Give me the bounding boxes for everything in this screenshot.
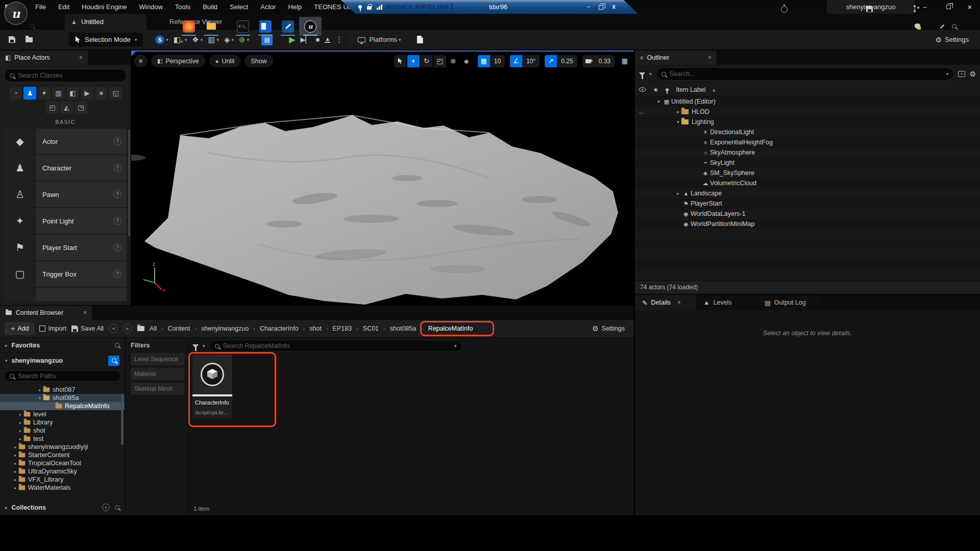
outli ner-search-chevron[interactable]: ▾ [946, 71, 949, 77]
menu-window[interactable]: Window [134, 0, 168, 14]
import-button[interactable]: Import [39, 325, 66, 332]
asset-area[interactable]: ▾ ▾ CharacterInfo [188, 338, 634, 514]
breadcrumb-repalcematinfo[interactable]: RepalceMatInfo [427, 325, 474, 332]
rotation-snap-button[interactable]: ∠ [510, 55, 522, 67]
taskbar-app-pipeline-tool[interactable] [277, 17, 299, 36]
expand-icon[interactable]: ▸ [12, 486, 18, 490]
folder-shenyinwangzuodiyiji[interactable]: ▸shenyinwangzuodiyiji [0, 443, 125, 451]
list-item-actor[interactable]: ◆Actor? [4, 129, 127, 154]
editor-settings-button[interactable]: ⚙ Settings [935, 36, 974, 44]
outliner-row-lighting[interactable]: ▾Lighting [635, 117, 980, 127]
forward-button[interactable]: ► [123, 324, 132, 333]
item-label-column[interactable]: Item Label [676, 86, 705, 93]
category-shapes[interactable]: ◰ [46, 101, 59, 114]
menu-tools[interactable]: Tools [169, 0, 196, 14]
folder-tree-scrollbar[interactable] [121, 394, 124, 445]
expand-open-icon[interactable]: ▾ [655, 99, 662, 104]
show-dropdown[interactable]: Show [244, 55, 273, 67]
pin-column-icon[interactable] [666, 88, 669, 91]
pin-icon[interactable] [358, 5, 362, 9]
menu-actor[interactable]: Actor [255, 0, 281, 14]
eye-hidden-icon[interactable]: ◡ [635, 109, 655, 114]
help-icon[interactable]: ? [113, 164, 121, 172]
folder-watermaterials[interactable]: ▸WaterMaterials [0, 484, 125, 492]
select-tool-button[interactable] [394, 55, 406, 67]
taskbar-app-houdini[interactable] [178, 17, 200, 36]
asset-filter-icon[interactable] [192, 344, 199, 348]
breadcrumb-shenyinwangzuo[interactable]: shenyinwangzuo [201, 325, 249, 332]
folder-startercontent[interactable]: ▸StarterContent [0, 451, 125, 459]
expand-icon[interactable]: ▸ [17, 412, 23, 417]
stopwatch-icon[interactable] [781, 6, 788, 13]
close-icon[interactable]: × [79, 54, 83, 61]
pipeline-window-titlebar[interactable]: MONES PIPELINE】 tdxr96 – x [341, 0, 638, 14]
expand-icon[interactable]: ▸ [12, 461, 18, 466]
filter-pill-skeletal-mesh[interactable]: Skeletal Mesh [129, 383, 185, 395]
add-collection-button[interactable]: + [102, 504, 110, 511]
close-icon[interactable]: × [677, 299, 681, 306]
pipeline-close-button[interactable]: x [612, 0, 616, 14]
category-recently-placed[interactable]: ◔ [9, 87, 22, 99]
help-icon[interactable]: ? [113, 137, 121, 145]
outliner-filter-icon[interactable] [639, 72, 645, 76]
world-dropdown[interactable]: ⊕▾ [239, 35, 249, 44]
breadcrumb-characterinfo[interactable]: CharacterInfo [260, 325, 299, 332]
category-foliage[interactable]: ◭ [60, 101, 73, 114]
outliner-row-skyatmosphere[interactable]: ☼SkyAtmosphere [635, 147, 980, 158]
outliner-tab[interactable]: ≡ Outliner × [635, 51, 717, 65]
visibility-column-icon[interactable] [639, 87, 646, 92]
modes-dropdown[interactable]: ◈▾ [224, 35, 234, 44]
help-icon[interactable]: ? [113, 243, 121, 252]
expand-icon[interactable]: ▸ [17, 429, 23, 433]
expand-closed-icon[interactable]: ▸ [675, 109, 681, 114]
outliner-row-worldpartitionminimap[interactable]: ◉WorldPartitionMiniMap [635, 219, 980, 229]
list-item-partial[interactable] [4, 288, 127, 301]
scale-snap-value[interactable]: 0.25 [557, 55, 577, 67]
list-item-character[interactable]: ♟Character? [4, 155, 127, 181]
search-paths-input[interactable] [18, 372, 115, 380]
list-item-trigger-box[interactable]: ▢Trigger Box? [4, 261, 127, 287]
project-launcher-button[interactable] [414, 34, 426, 45]
skip-button[interactable]: ▶▏ [300, 36, 310, 43]
lock-icon[interactable] [367, 6, 372, 10]
outliner-search-input[interactable] [670, 70, 943, 78]
viewport[interactable]: ≡ ◧Perspective ●Unlit Show + ↻ ◰ ⊕ ◈ ▦10… [131, 51, 634, 305]
platforms-dropdown[interactable]: Platforms▾ [358, 36, 401, 43]
category-lights[interactable]: ✦ [38, 87, 51, 99]
grid-snap-button[interactable]: ▦ [478, 55, 490, 67]
outliner-row-hlod[interactable]: ◡▸HLOD [635, 107, 980, 117]
selection-mode-dropdown[interactable]: Selection Mode ▾ [69, 33, 143, 46]
tab-untitled[interactable]: ▲ Untitled [65, 14, 146, 30]
breadcrumb-ep183[interactable]: EP183 [333, 325, 352, 332]
play-options-button[interactable]: ⋮ [335, 35, 343, 44]
place-actors-scrollbar[interactable] [128, 130, 130, 237]
outliner-search[interactable]: ▾ [656, 67, 954, 81]
expand-icon[interactable]: ▸ [12, 469, 18, 474]
category-geometry[interactable]: ◧ [66, 87, 79, 99]
folder-shot[interactable]: ▸shot [0, 427, 125, 435]
category-cinematic[interactable]: ▥ [52, 87, 65, 99]
place-actors-search[interactable] [4, 69, 127, 82]
save-button[interactable] [6, 34, 18, 45]
cinematics-dropdown[interactable]: ▥▾ [208, 35, 219, 44]
scale-snap-button[interactable]: ↗ [545, 55, 557, 67]
list-item-point-light[interactable]: ✦Point Light? [4, 208, 127, 234]
asset-search-input[interactable] [223, 342, 451, 349]
close-icon[interactable]: × [708, 54, 712, 61]
window-restore-button[interactable] [938, 0, 959, 14]
expand-icon[interactable]: ▸ [17, 437, 23, 441]
expand-icon[interactable]: ▸ [37, 388, 43, 392]
breadcrumb-shot085a[interactable]: shot085a [390, 325, 416, 332]
asset-filter-dropdown[interactable]: ▾ [203, 343, 205, 348]
folder-shot087[interactable]: ▸shot087 [0, 386, 125, 394]
category-layers[interactable]: ◳ [75, 101, 87, 114]
help-icon[interactable]: ? [113, 190, 121, 198]
filter-pill-level-sequence[interactable]: Level Sequence [129, 353, 185, 365]
expand-icon[interactable]: ▸ [12, 478, 18, 482]
tab-output-log[interactable]: ▤Output Log [757, 295, 819, 310]
viewport-menu-button[interactable]: ≡ [134, 55, 147, 67]
menu-help[interactable]: Help [283, 0, 308, 14]
collections-section[interactable]: ▸Collections + [0, 500, 125, 514]
place-actors-tab[interactable]: ◧ Place Actors × [0, 51, 88, 65]
move-tool-button[interactable]: + [407, 55, 420, 67]
